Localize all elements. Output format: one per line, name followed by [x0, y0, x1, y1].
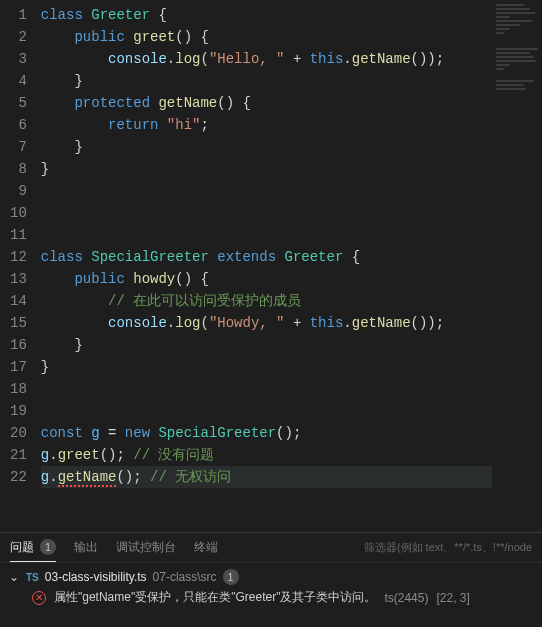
line-number: 20 — [10, 422, 27, 444]
problem-error-code: ts(2445) — [384, 591, 428, 605]
line-number: 12 — [10, 246, 27, 268]
code-line[interactable]: public greet() { — [41, 26, 492, 48]
line-number: 11 — [10, 224, 27, 246]
error-icon: ✕ — [32, 591, 46, 605]
problem-filename: 03-class-visibility.ts — [45, 570, 147, 584]
code-line[interactable]: g.greet(); // 没有问题 — [41, 444, 492, 466]
bottom-panel: 问题 1 输出 调试控制台 终端 筛选器(例如 text、**/*.ts、!**… — [0, 532, 542, 627]
code-line[interactable]: // 在此可以访问受保护的成员 — [41, 290, 492, 312]
line-number: 15 — [10, 312, 27, 334]
typescript-icon: TS — [26, 572, 39, 583]
line-number: 22 — [10, 466, 27, 488]
code-line[interactable]: } — [41, 70, 492, 92]
line-number: 10 — [10, 202, 27, 224]
chevron-down-icon: ⌄ — [8, 570, 20, 584]
line-number: 3 — [10, 48, 27, 70]
code-line[interactable]: console.log("Hello, " + this.getName()); — [41, 48, 492, 70]
panel-tabs: 问题 1 输出 调试控制台 终端 筛选器(例如 text、**/*.ts、!**… — [0, 533, 542, 563]
line-number: 2 — [10, 26, 27, 48]
tab-output-label: 输出 — [74, 539, 98, 556]
code-line[interactable] — [41, 180, 492, 202]
problem-location: [22, 3] — [436, 591, 469, 605]
line-number: 7 — [10, 136, 27, 158]
line-number-gutter: 12345678910111213141516171819202122 — [0, 0, 41, 532]
tab-problems[interactable]: 问题 1 — [10, 533, 56, 562]
tab-problems-label: 问题 — [10, 539, 34, 556]
problems-list: ⌄ TS 03-class-visibility.ts 07-class\src… — [0, 563, 542, 627]
line-number: 18 — [10, 378, 27, 400]
line-number: 6 — [10, 114, 27, 136]
code-line[interactable] — [41, 224, 492, 246]
code-line[interactable]: } — [41, 136, 492, 158]
tab-debug-label: 调试控制台 — [116, 539, 176, 556]
code-line[interactable]: const g = new SpecialGreeter(); — [41, 422, 492, 444]
line-number: 19 — [10, 400, 27, 422]
code-area[interactable]: class Greeter { public greet() { console… — [41, 0, 492, 532]
tab-terminal[interactable]: 终端 — [194, 533, 218, 562]
problem-filepath: 07-class\src — [153, 570, 217, 584]
code-line[interactable]: } — [41, 356, 492, 378]
line-number: 8 — [10, 158, 27, 180]
line-number: 17 — [10, 356, 27, 378]
line-number: 21 — [10, 444, 27, 466]
code-editor[interactable]: 12345678910111213141516171819202122 clas… — [0, 0, 542, 532]
code-line[interactable] — [41, 378, 492, 400]
problem-message-text: 属性"getName"受保护，只能在类"Greeter"及其子类中访问。 — [54, 589, 376, 606]
line-number: 1 — [10, 4, 27, 26]
line-number: 13 — [10, 268, 27, 290]
file-problem-count-badge: 1 — [223, 569, 239, 585]
tab-output[interactable]: 输出 — [74, 533, 98, 562]
tab-debug-console[interactable]: 调试控制台 — [116, 533, 176, 562]
code-line[interactable]: protected getName() { — [41, 92, 492, 114]
line-number: 14 — [10, 290, 27, 312]
line-number: 16 — [10, 334, 27, 356]
code-line[interactable]: return "hi"; — [41, 114, 492, 136]
problem-file-row[interactable]: ⌄ TS 03-class-visibility.ts 07-class\src… — [8, 567, 534, 587]
problems-count-badge: 1 — [40, 539, 56, 555]
code-line[interactable]: g.getName(); // 无权访问 — [41, 466, 492, 488]
code-line[interactable]: console.log("Howdy, " + this.getName()); — [41, 312, 492, 334]
minimap[interactable] — [492, 0, 542, 532]
code-line[interactable] — [41, 400, 492, 422]
code-line[interactable]: } — [41, 334, 492, 356]
problem-message-row[interactable]: ✕ 属性"getName"受保护，只能在类"Greeter"及其子类中访问。 t… — [8, 587, 534, 608]
line-number: 9 — [10, 180, 27, 202]
problems-filter-input[interactable]: 筛选器(例如 text、**/*.ts、!**/node — [364, 540, 532, 555]
code-line[interactable]: class SpecialGreeter extends Greeter { — [41, 246, 492, 268]
line-number: 4 — [10, 70, 27, 92]
code-line[interactable] — [41, 202, 492, 224]
code-line[interactable]: public howdy() { — [41, 268, 492, 290]
code-line[interactable]: } — [41, 158, 492, 180]
tab-terminal-label: 终端 — [194, 539, 218, 556]
line-number: 5 — [10, 92, 27, 114]
code-line[interactable]: class Greeter { — [41, 4, 492, 26]
